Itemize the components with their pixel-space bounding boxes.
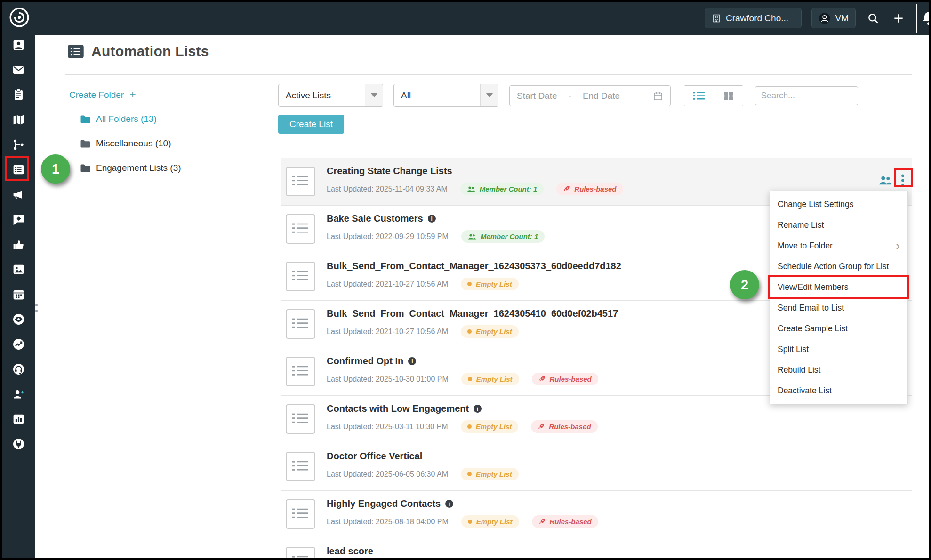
empty-list-badge: Empty List <box>461 420 519 433</box>
list-glyph-icon <box>292 555 309 560</box>
context-menu-item[interactable]: Schedule Action Group for List <box>770 256 907 277</box>
context-menu-item[interactable]: Move to Folder... › <box>770 235 907 256</box>
list-view-toggle[interactable] <box>684 86 714 106</box>
context-menu-item-label: Deactivate List <box>778 386 832 396</box>
bar-chart-icon <box>12 412 25 426</box>
create-list-button[interactable]: Create List <box>278 115 344 134</box>
list-item-icon-box <box>286 452 315 481</box>
info-icon[interactable]: i <box>445 500 453 508</box>
left-sidebar <box>2 35 35 558</box>
empty-list-badge: Empty List <box>461 373 519 385</box>
sidebar-item-tasks[interactable] <box>10 87 26 103</box>
empty-list-badge: Empty List <box>461 468 519 480</box>
sidebar-item-appointments[interactable] <box>10 286 26 302</box>
list-title[interactable]: Bake Sale Customers <box>327 213 423 224</box>
calendar-icon[interactable] <box>653 91 663 101</box>
sidebar-item-messages[interactable] <box>10 211 26 227</box>
context-menu-item[interactable]: Rebuild List <box>770 360 907 380</box>
list-item-icon-box <box>286 262 315 291</box>
sidebar-item-reviews[interactable] <box>10 236 26 252</box>
sidebar-item-analytics[interactable] <box>10 411 26 427</box>
context-menu-item[interactable]: Send Email to List <box>770 297 907 318</box>
info-icon[interactable]: i <box>408 357 416 365</box>
plus-icon <box>892 12 905 24</box>
map-icon <box>12 113 25 127</box>
list-title[interactable]: Bulk_Send_From_Contact_Manager_162430541… <box>327 308 618 319</box>
folder-label: Engagement Lists (3) <box>96 163 181 173</box>
chevron-down-icon <box>371 93 377 97</box>
rocket-icon <box>563 185 570 192</box>
account-switcher-button[interactable]: Crawford Cho... <box>705 8 802 28</box>
sidebar-item-integrations[interactable] <box>10 436 26 452</box>
sidebar-item-landing-pages[interactable] <box>10 261 26 277</box>
sidebar-item-campaigns[interactable] <box>10 112 26 128</box>
member-count-badge: Member Count: 1 <box>460 183 544 195</box>
list-title[interactable]: Bulk_Send_From_Contact_Manager_162430537… <box>327 261 621 272</box>
context-menu-item[interactable]: Split List <box>770 339 907 360</box>
list-updated: Last Updated: 2021-10-27 10:56 AM <box>327 280 448 288</box>
context-menu-item[interactable]: Change List Settings <box>770 194 907 215</box>
list-row[interactable]: Highly Engaged Contacts i Last Updated: … <box>281 491 912 538</box>
header-divider <box>65 74 912 75</box>
megaphone-icon <box>12 188 25 201</box>
grid-view-toggle[interactable] <box>714 86 743 106</box>
list-title[interactable]: Confirmed Opt In <box>327 356 403 367</box>
list-updated: Last Updated: 2025-11-04 09:33 AM <box>327 185 448 193</box>
info-icon[interactable]: i <box>474 405 482 413</box>
sidebar-item-referrals[interactable] <box>10 386 26 402</box>
sidebar-item-growth[interactable] <box>10 336 26 352</box>
end-date-input[interactable]: End Date <box>583 91 620 101</box>
list-status-value: Active Lists <box>279 90 365 101</box>
sidebar-item-broadcasts[interactable] <box>10 186 26 202</box>
context-menu-item[interactable]: Rename List <box>770 215 907 235</box>
app-window: Crawford Cho... VM <box>0 0 931 560</box>
sidebar-item-contacts[interactable] <box>10 37 26 53</box>
create-folder-button[interactable]: Create Folder + <box>69 88 136 101</box>
list-item-icon-box <box>286 214 315 244</box>
context-menu-item[interactable]: Create Sample List <box>770 318 907 339</box>
folder-item-all-folders[interactable]: All Folders (13) <box>80 114 157 124</box>
list-glyph-icon <box>292 270 309 284</box>
empty-dot-icon <box>467 472 472 476</box>
people-icon <box>467 186 475 192</box>
empty-list-text: Empty List <box>476 470 512 478</box>
date-range-filter[interactable]: Start Date - End Date <box>509 85 671 106</box>
folder-item-engagement-lists[interactable]: Engagement Lists (3) <box>80 163 181 173</box>
app-logo-icon[interactable] <box>8 7 30 28</box>
notifications-button[interactable] <box>920 10 931 27</box>
empty-dot-icon <box>467 329 472 334</box>
quick-add-button[interactable] <box>891 10 907 26</box>
user-menu-button[interactable]: VM <box>811 8 856 28</box>
sidebar-item-pipeline[interactable] <box>10 136 26 152</box>
rules-based-text: Rules-based <box>550 375 592 383</box>
rules-based-text: Rules-based <box>574 185 616 193</box>
list-updated: Last Updated: 2022-09-29 10:59 PM <box>327 232 449 241</box>
folder-item-miscellaneous[interactable]: Miscellaneous (10) <box>80 138 171 149</box>
list-title[interactable]: Highly Engaged Contacts <box>327 498 441 509</box>
view-members-icon[interactable] <box>878 175 892 186</box>
list-glyph-icon <box>292 507 309 521</box>
list-title[interactable]: Doctor Office Vertical <box>327 451 422 462</box>
list-item-icon-box <box>286 499 315 529</box>
empty-list-badge: Empty List <box>461 515 519 528</box>
list-row[interactable]: lead score <box>281 538 912 560</box>
context-menu-item[interactable]: Deactivate List <box>770 380 907 401</box>
list-title[interactable]: Creating State Change Lists <box>327 166 452 176</box>
list-row[interactable]: Doctor Office Vertical Last Updated: 202… <box>281 443 912 491</box>
start-date-input[interactable]: Start Date <box>517 91 557 101</box>
sidebar-drag-handle[interactable] <box>35 304 38 312</box>
sidebar-item-sales[interactable] <box>10 311 26 327</box>
top-bar: Crawford Cho... VM <box>2 2 929 35</box>
list-status-select[interactable]: Active Lists <box>278 84 383 107</box>
sidebar-item-email[interactable] <box>10 62 26 78</box>
list-title[interactable]: lead score <box>327 546 373 557</box>
person-add-icon <box>12 387 25 401</box>
list-title[interactable]: Contacts with Low Engagement <box>327 403 469 414</box>
sidebar-item-support[interactable] <box>10 361 26 377</box>
list-type-select[interactable]: All <box>393 84 498 107</box>
context-menu-item[interactable]: View/Edit Members <box>770 277 907 297</box>
search-input[interactable] <box>761 91 870 101</box>
info-icon[interactable]: i <box>428 215 436 223</box>
annotation-red-box-kebab <box>894 168 913 187</box>
global-search-button[interactable] <box>865 10 881 26</box>
